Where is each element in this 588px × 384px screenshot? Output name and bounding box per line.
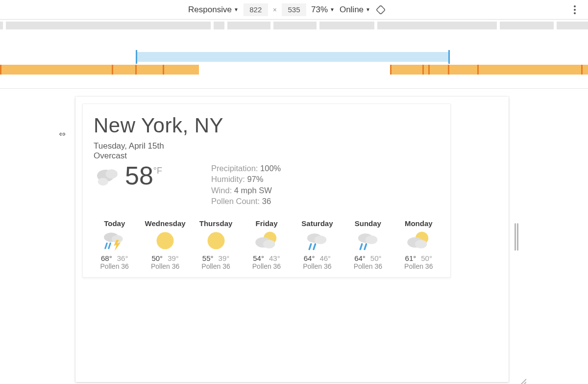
breakpoint-mark[interactable] [428, 65, 430, 75]
day-name: Monday [398, 219, 440, 228]
ruler-segment[interactable] [319, 22, 374, 29]
overcast-icon [94, 163, 121, 190]
pollen-text: Pollen 36 [296, 262, 338, 270]
low-temp: 50° [421, 254, 432, 262]
device-canvas: ⇔ New York, NY Tuesday, April 15th Overc… [0, 88, 588, 384]
chevron-down-icon: ▼ [234, 7, 239, 12]
high-temp: 64° [354, 254, 366, 262]
high-temp: 61° [405, 254, 416, 262]
current-temp: 58 [125, 163, 153, 188]
breakpoint-mark[interactable] [422, 65, 424, 75]
high-temp: 68° [101, 254, 112, 262]
ruler-segment[interactable] [0, 22, 3, 29]
forecast-day: Friday 54°43° Pollen 36 [245, 219, 287, 270]
low-temp: 39° [219, 254, 230, 262]
media-query-bar-left[interactable] [0, 65, 199, 75]
forecast-day: Sunday 64°50° Pollen 36 [347, 219, 389, 270]
emulated-viewport[interactable]: New York, NY Tuesday, April 15th Overcas… [75, 97, 509, 382]
device-mode-dropdown[interactable]: Responsive ▼ [188, 5, 239, 15]
day-name: Friday [245, 219, 287, 228]
viewport-width-input[interactable] [244, 3, 268, 16]
breakpoint-mark[interactable] [163, 65, 164, 75]
chevron-down-icon: ▼ [330, 7, 335, 12]
pollen-text: Pollen 36 [347, 262, 389, 270]
precip-value: 100% [260, 164, 281, 173]
rain-icon [354, 230, 382, 251]
svg-point-5 [98, 178, 108, 186]
breakpoint-mark[interactable] [112, 65, 113, 75]
low-temp: 50° [370, 254, 382, 262]
high-temp: 64° [304, 254, 315, 262]
svg-line-1 [376, 5, 385, 14]
weather-card: New York, NY Tuesday, April 15th Overcas… [82, 103, 451, 278]
width-handle-left[interactable] [136, 50, 137, 64]
storm-icon [101, 230, 128, 251]
ruler-segment[interactable] [273, 22, 317, 29]
day-name: Thursday [195, 219, 237, 228]
media-query-bar-right[interactable] [390, 65, 588, 75]
weather-details: Precipitation: 100% Humidity: 97% Wind: … [211, 163, 281, 206]
breakpoint-mark[interactable] [135, 65, 137, 75]
pollen-text: Pollen 36 [144, 262, 186, 270]
ruler-segment[interactable] [214, 22, 224, 29]
chevron-down-icon: ▼ [366, 7, 370, 12]
partly-sun-icon [405, 230, 432, 251]
pollen-text: Pollen 36 [398, 262, 440, 270]
high-temp: 50° [151, 254, 163, 262]
device-toolbar: Responsive ▼ × 73% ▼ Online ▼ [0, 0, 588, 20]
precip-label: Precipitation: [211, 164, 258, 173]
ruler-segment[interactable] [6, 22, 211, 29]
day-name: Saturday [296, 219, 338, 228]
day-name: Wednesday [144, 219, 186, 228]
day-name: Sunday [347, 219, 389, 228]
ruler-segment[interactable] [377, 22, 497, 29]
forecast-day: Thursday 55°39° Pollen 36 [195, 219, 237, 270]
forecast-day: Saturday 64°46° Pollen 36 [296, 219, 338, 270]
pollen-text: Pollen 36 [94, 262, 135, 270]
throttling-label: Online [340, 5, 364, 15]
ruler-segment[interactable] [227, 22, 270, 29]
dimension-separator: × [273, 6, 277, 14]
current-width-bar[interactable] [136, 52, 449, 62]
breakpoint-ruler [0, 20, 588, 67]
forecast-day: Today 68°36° Pollen 36 [94, 219, 135, 270]
more-options-button[interactable] [569, 3, 580, 17]
device-mode-label: Responsive [188, 5, 232, 15]
city-name: New York, NY [94, 114, 440, 137]
ruler-segment[interactable] [500, 22, 554, 29]
viewport-height-input[interactable] [282, 3, 306, 16]
wind-label: Wind: [211, 186, 232, 195]
breakpoint-mark[interactable] [581, 65, 583, 75]
pollen-text: Pollen 36 [245, 262, 287, 270]
date-text: Tuesday, April 15th [94, 141, 440, 151]
breakpoint-mark[interactable] [448, 65, 449, 75]
viewport-resize-handle-right[interactable] [514, 223, 519, 251]
sunny-icon [202, 230, 230, 251]
viewport-resize-handle-corner[interactable] [516, 377, 526, 384]
temp-unit: °F [153, 166, 162, 176]
high-temp: 55° [202, 254, 214, 262]
zoom-dropdown[interactable]: 73% ▼ [311, 5, 335, 15]
sunny-icon [151, 230, 179, 251]
rain-icon [303, 230, 331, 251]
ruler-segment[interactable] [557, 22, 588, 29]
forecast-day: Monday 61°50° Pollen 36 [398, 219, 440, 270]
low-temp: 39° [168, 254, 179, 262]
forecast-day: Wednesday 50°39° Pollen 36 [144, 219, 186, 270]
throttling-dropdown[interactable]: Online ▼ [340, 5, 370, 15]
low-temp: 46° [319, 254, 331, 262]
width-handle-right[interactable] [448, 50, 450, 64]
resize-horizontal-icon[interactable]: ⇔ [59, 129, 66, 139]
pollen-value: 36 [262, 197, 271, 205]
pollen-text: Pollen 36 [195, 262, 237, 270]
rotate-icon[interactable] [375, 4, 386, 15]
breakpoint-mark[interactable] [477, 65, 479, 75]
pollen-label: Pollen Count: [211, 197, 260, 205]
wind-value: 4 mph SW [234, 186, 272, 195]
partly-sun-icon [253, 230, 280, 251]
forecast-row: Today 68°36° Pollen 36 Wednesday 50°39° … [94, 219, 440, 270]
svg-point-4 [106, 169, 118, 179]
low-temp: 36° [117, 254, 128, 262]
breakpoint-mark[interactable] [0, 65, 1, 75]
breakpoint-mark[interactable] [390, 65, 392, 75]
